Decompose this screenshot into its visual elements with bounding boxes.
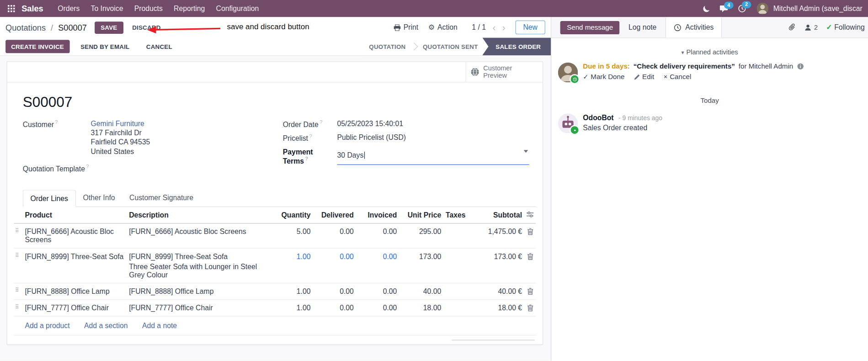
activity-assignee: for Mitchell Admin <box>739 63 793 70</box>
breadcrumb: Quotations / S00007 <box>5 23 87 32</box>
check-icon: ✓ <box>826 23 832 32</box>
form-content: Customer Preview S00007 Customer? Gemini… <box>0 56 551 361</box>
delete-row-icon[interactable] <box>524 283 536 299</box>
col-product: Product <box>23 207 127 223</box>
apps-grid-icon[interactable] <box>5 3 16 14</box>
menu-reporting[interactable]: Reporting <box>168 2 210 16</box>
pencil-icon <box>634 74 640 80</box>
drag-handle-icon[interactable]: ⠿ <box>14 224 22 238</box>
globe-icon <box>470 68 479 76</box>
menu-products[interactable]: Products <box>129 2 168 16</box>
order-date-value[interactable]: 05/25/2023 15:40:01 <box>337 120 403 129</box>
notebook-tabs: Order Lines Other Info Customer Signatur… <box>23 190 536 207</box>
col-taxes: Taxes <box>443 207 478 223</box>
send-by-email-button[interactable]: SEND BY EMAIL <box>75 40 135 53</box>
print-button[interactable]: Print <box>394 23 418 32</box>
gear-icon: ⚙ <box>428 23 435 32</box>
attachments-button[interactable] <box>788 23 796 32</box>
online-badge <box>570 125 580 135</box>
pricelist-value[interactable]: Public Pricelist (USD) <box>337 133 406 143</box>
tab-other-info[interactable]: Other Info <box>76 190 122 207</box>
log-note-button[interactable]: Log note <box>628 23 656 32</box>
pager-next-icon[interactable]: › <box>502 23 506 32</box>
printer-icon <box>394 24 401 31</box>
customer-address: 317 Fairchild Dr Fairfield CA 94535 Unit… <box>91 128 150 156</box>
tab-order-lines[interactable]: Order Lines <box>23 190 76 207</box>
pricelist-field: Pricelist? Public Pricelist (USD) <box>283 133 529 143</box>
app-name[interactable]: Sales <box>21 4 43 13</box>
activities-badge: 2 <box>742 1 751 8</box>
messages-icon[interactable]: 4 <box>719 5 728 12</box>
drag-handle-icon[interactable]: ⠿ <box>14 300 22 314</box>
new-button[interactable]: New <box>516 21 545 34</box>
annotation-text: save and discard button <box>227 22 309 31</box>
table-row[interactable]: ⠿ [FURN_7777] Office Chair [FURN_7777] O… <box>14 300 536 317</box>
delete-row-icon[interactable] <box>524 300 536 316</box>
edit-activity-button[interactable]: Edit <box>634 73 654 81</box>
payment-terms-input[interactable]: 30 Days <box>337 148 529 165</box>
messages-badge: 4 <box>724 1 734 9</box>
drag-handle-icon[interactable]: ⠿ <box>14 249 22 262</box>
discard-button[interactable]: DISCARD <box>127 21 166 34</box>
help-icon: ? <box>320 120 322 125</box>
tab-customer-signature[interactable]: Customer Signature <box>122 190 201 207</box>
quotation-template-field[interactable]: Quotation Template? <box>23 164 283 173</box>
col-invoiced: Invoiced <box>356 207 399 223</box>
check-icon: ✓ <box>583 73 588 81</box>
cancel-button[interactable]: CANCEL <box>141 40 178 53</box>
delete-row-icon[interactable] <box>524 249 536 264</box>
optional-columns-icon[interactable] <box>524 207 536 221</box>
action-button[interactable]: ⚙ Action <box>428 23 458 32</box>
user-name[interactable]: Mitchell Admin (save_discar <box>773 5 863 13</box>
top-menu: Orders To Invoice Products Reporting Con… <box>52 2 264 16</box>
table-row[interactable]: ⠿ [FURN_8888] Office Lamp [FURN_8888] Of… <box>14 283 536 300</box>
delete-row-icon[interactable] <box>524 224 536 239</box>
menu-orders[interactable]: Orders <box>52 2 85 16</box>
activity-status-badge <box>570 74 580 84</box>
moon-icon[interactable] <box>703 5 710 12</box>
button-box: Customer Preview <box>7 62 543 83</box>
create-invoice-button[interactable]: CREATE INVOICE <box>5 40 69 53</box>
followers-button[interactable]: 2 <box>804 23 818 31</box>
customer-value-link[interactable]: Gemini Furniture <box>91 120 144 128</box>
quotation-template-label: Quotation Template? <box>23 164 91 173</box>
menu-to-invoice[interactable]: To Invoice <box>85 2 128 16</box>
status-step-quotation-sent[interactable]: QUOTATION SENT <box>415 37 485 55</box>
activities-clock-icon[interactable]: 2 <box>738 5 746 13</box>
table-row[interactable]: ⠿ [FURN_6666] Acoustic Bloc Screens [FUR… <box>14 224 536 249</box>
send-message-button[interactable]: Send message <box>560 21 620 34</box>
customer-preview-button[interactable]: Customer Preview <box>466 62 543 82</box>
odoo-sales-app: Sales Orders To Invoice Products Reporti… <box>0 0 868 361</box>
add-a-product-link[interactable]: Add a product <box>25 322 69 330</box>
mark-done-button[interactable]: ✓Mark Done <box>583 73 624 81</box>
breadcrumb-current: S00007 <box>58 23 87 32</box>
followers-icon <box>804 24 812 31</box>
drag-handle-icon[interactable]: ⠿ <box>14 283 22 297</box>
table-row[interactable]: ⠿ [FURN_8999] Three-Seat Sofa [FURN_8999… <box>14 249 536 283</box>
planned-activities-header[interactable]: ▾Planned activities <box>551 48 868 56</box>
following-button[interactable]: ✓ Following <box>826 23 865 32</box>
add-a-section-link[interactable]: Add a section <box>84 322 128 330</box>
order-lines-table: Product Description Quantity Delivered I… <box>14 207 536 335</box>
user-avatar[interactable] <box>756 3 768 14</box>
dropdown-caret-icon[interactable] <box>524 150 528 153</box>
add-a-note-link[interactable]: Add a note <box>142 322 177 330</box>
status-step-sales-order[interactable]: SALES ORDER <box>482 37 551 55</box>
record-title: S00007 <box>23 94 536 111</box>
info-icon[interactable] <box>797 63 804 70</box>
col-delivered: Delivered <box>313 207 356 223</box>
col-description: Description <box>127 207 274 223</box>
activities-tab[interactable]: Activities <box>666 17 722 38</box>
save-button[interactable]: SAVE <box>95 21 123 34</box>
status-step-quotation[interactable]: QUOTATION <box>361 37 413 55</box>
cancel-activity-button[interactable]: ×Cancel <box>664 73 691 81</box>
activity-summary-line: Due in 5 days: “Check delivery requireme… <box>583 63 804 70</box>
help-icon: ? <box>305 156 308 161</box>
breadcrumb-quotations[interactable]: Quotations <box>5 23 46 32</box>
menu-configuration[interactable]: Configuration <box>210 2 264 16</box>
message-timestamp: - 9 minutes ago <box>618 115 662 122</box>
form-pane: Quotations / S00007 SAVE DISCARD save an… <box>0 17 551 361</box>
statusbar: QUOTATION QUOTATION SENT SALES ORDER <box>361 37 551 55</box>
message-author[interactable]: OdooBot <box>583 113 613 122</box>
pager-previous-icon[interactable]: ‹ <box>492 23 495 32</box>
